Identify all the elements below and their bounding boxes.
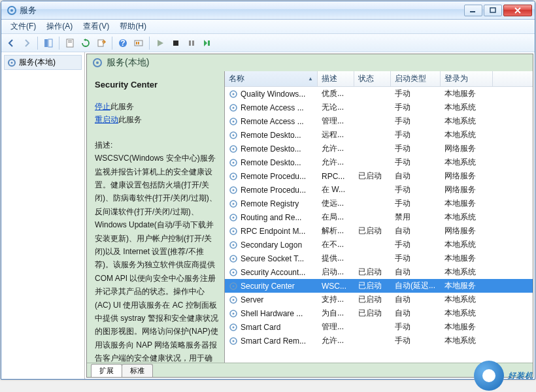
separator [112, 37, 112, 50]
col-name[interactable]: 名称▲ [225, 71, 318, 86]
svg-point-24 [233, 93, 235, 95]
gear-icon [229, 103, 238, 112]
refresh-button[interactable] [78, 36, 93, 50]
gear-icon [7, 58, 16, 67]
svc-desc: 为自... [318, 308, 354, 319]
svg-point-42 [233, 216, 235, 218]
stop-service-button[interactable] [169, 36, 183, 50]
gear-icon [229, 282, 238, 291]
service-row[interactable]: Remote Deskto...允许...手动本地系统 [225, 155, 533, 169]
window-title: 服务 [20, 5, 464, 16]
svc-desc: 无论... [318, 102, 354, 113]
service-row[interactable]: Remote Deskto...允许...手动网络服务 [225, 142, 533, 155]
menu-file[interactable]: 文件(F) [5, 20, 41, 33]
properties-button[interactable] [63, 36, 77, 50]
restart-link[interactable]: 重启动 [95, 115, 118, 124]
tree-root[interactable]: 服务(本地) [4, 55, 82, 70]
svc-name: Remote Registry [241, 199, 299, 208]
svc-startup: 手动 [391, 253, 441, 264]
svc-logon: 本地系统 [441, 157, 493, 168]
svc-startup: 禁用 [391, 212, 441, 223]
service-row[interactable]: Security CenterWSC...已启动自动(延迟...本地服务 [225, 279, 533, 293]
svg-point-40 [233, 203, 235, 204]
svg-rect-13 [136, 42, 137, 44]
col-description[interactable]: 描述 [318, 71, 354, 86]
svc-name: Secure Socket T... [241, 254, 304, 263]
service-row[interactable]: Remote Procedu...RPC...已启动自动网络服务 [225, 169, 533, 183]
description-pane: Security Center 停止此服务 重启动此服务 描述: WSCSVC(… [87, 71, 224, 363]
svc-logon: 本地系统 [441, 102, 493, 113]
svg-point-60 [233, 340, 235, 342]
detail-header: 服务(本地) [87, 54, 533, 71]
service-row[interactable]: Remote Registry使远...手动本地服务 [225, 197, 533, 210]
service-row[interactable]: RPC Endpoint M...解析...已启动自动网络服务 [225, 224, 533, 238]
back-button[interactable] [4, 36, 18, 50]
maximize-button[interactable] [484, 5, 502, 16]
service-row[interactable]: Remote Deskto...远程...手动本地系统 [225, 128, 533, 142]
service-row[interactable]: Secondary Logon在不...手动本地系统 [225, 238, 533, 252]
export-button[interactable] [94, 36, 109, 50]
svc-logon: 本地服务 [441, 88, 493, 99]
svg-point-26 [233, 106, 235, 108]
start-service-button[interactable] [153, 36, 167, 50]
stop-link[interactable]: 停止 [95, 102, 110, 111]
service-row[interactable]: Remote Access ...无论...手动本地系统 [225, 101, 533, 114]
svc-logon: 本地系统 [441, 116, 493, 127]
service-row[interactable]: Security Account...启动...已启动自动本地系统 [225, 265, 533, 279]
svc-startup: 手动 [391, 184, 441, 195]
svc-logon: 本地系统 [441, 294, 493, 305]
service-row[interactable]: Quality Windows...优质...手动本地服务 [225, 87, 533, 101]
svc-logon: 网络服务 [441, 143, 493, 154]
gear-icon [229, 268, 238, 277]
help-button[interactable]: ? [116, 36, 130, 50]
split-body: Security Center 停止此服务 重启动此服务 描述: WSCSVC(… [87, 71, 533, 363]
svc-status: 已启动 [354, 225, 391, 237]
forward-button[interactable] [20, 36, 34, 50]
svc-status: 已启动 [354, 308, 391, 319]
col-logon[interactable]: 登录为 [441, 71, 493, 86]
gear-icon [229, 186, 238, 195]
svg-point-34 [233, 161, 235, 163]
toolbar-button[interactable] [131, 36, 146, 50]
svc-name: Remote Procedu... [241, 172, 306, 181]
col-startup[interactable]: 启动类型 [391, 71, 441, 86]
tab-extended[interactable]: 扩展 [91, 364, 122, 377]
svc-name: Remote Procedu... [241, 186, 306, 195]
show-hide-tree-button[interactable] [41, 36, 56, 50]
service-row[interactable]: Secure Socket T...提供...手动本地服务 [225, 252, 533, 265]
list-rows[interactable]: Quality Windows...优质...手动本地服务Remote Acce… [225, 87, 533, 363]
svg-point-56 [233, 312, 235, 314]
svg-text:?: ? [120, 39, 125, 48]
title-bar[interactable]: 服务 [1, 1, 535, 20]
service-row[interactable]: Smart Card Rem...允许...手动本地系统 [225, 334, 533, 348]
menu-bar: 文件(F) 操作(A) 查看(V) 帮助(H) [1, 20, 535, 34]
svg-point-44 [233, 230, 235, 232]
separator [37, 37, 38, 50]
menu-help[interactable]: 帮助(H) [114, 20, 152, 33]
svc-name: Remote Access ... [241, 117, 304, 126]
tab-standard[interactable]: 标准 [122, 364, 153, 377]
service-row[interactable]: Remote Procedu...在 W...手动网络服务 [225, 183, 533, 197]
menu-action[interactable]: 操作(A) [41, 20, 78, 33]
svc-name: Routing and Re... [241, 213, 301, 222]
restart-service-button[interactable] [200, 36, 214, 50]
gear-icon [229, 199, 238, 208]
svc-startup: 自动 [391, 308, 441, 319]
col-status[interactable]: 状态 [354, 71, 391, 86]
menu-view[interactable]: 查看(V) [78, 20, 114, 33]
gear-icon [229, 240, 238, 250]
svc-desc: 管理... [318, 116, 354, 127]
service-row[interactable]: Smart Card管理...手动本地服务 [225, 320, 533, 334]
service-row[interactable]: Shell Hardware ...为自...已启动自动本地系统 [225, 306, 533, 320]
close-button[interactable] [503, 5, 532, 16]
service-row[interactable]: Remote Access ...管理...手动本地系统 [225, 114, 533, 128]
pause-service-button[interactable] [184, 36, 199, 50]
minimize-button[interactable] [464, 5, 482, 16]
gear-icon [229, 336, 238, 346]
svc-desc: RPC... [318, 172, 354, 181]
svc-startup: 自动 [391, 225, 441, 237]
service-row[interactable]: Server支持...已启动自动本地系统 [225, 293, 533, 306]
svg-rect-14 [138, 42, 139, 44]
service-row[interactable]: Routing and Re...在局...禁用本地系统 [225, 210, 533, 224]
tree-pane[interactable]: 服务(本地) [1, 52, 85, 379]
